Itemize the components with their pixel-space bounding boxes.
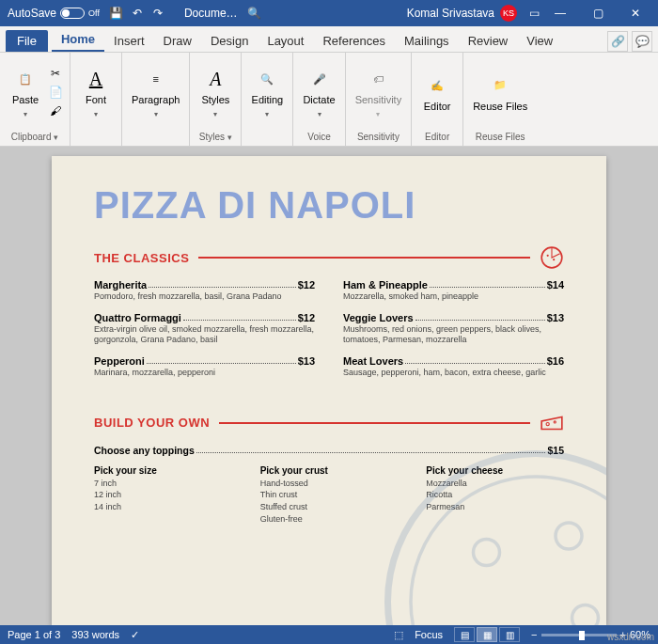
font-icon: A — [83, 66, 109, 92]
styles-label: Styles — [201, 94, 229, 105]
tab-file[interactable]: File — [6, 30, 48, 52]
group-paragraph: ≡Paragraph — [122, 53, 190, 146]
dots — [149, 279, 295, 288]
read-mode-button[interactable]: ▤ — [454, 627, 475, 642]
editing-button[interactable]: 🔍Editing — [247, 59, 287, 125]
tab-references[interactable]: References — [313, 30, 394, 52]
microphone-icon: 🎤 — [306, 66, 333, 92]
format-painter-icon[interactable]: 🖌 — [47, 102, 64, 119]
focus-label[interactable]: Focus — [415, 629, 443, 640]
editor-label: Editor — [424, 101, 451, 112]
build-label: BUILD YOUR OWN — [94, 416, 210, 430]
spellcheck-icon[interactable]: ✓ — [131, 629, 139, 641]
item-description: Pomodoro, fresh mozzarella, basil, Grana… — [94, 291, 315, 303]
search-icon[interactable]: 🔍 — [247, 6, 262, 21]
menu-item: Veggie Lovers$13Mushrooms, red onions, g… — [343, 312, 564, 346]
reuse-label: Reuse Files — [473, 101, 527, 112]
comments-icon[interactable]: 💬 — [632, 31, 652, 52]
tab-design[interactable]: Design — [201, 30, 258, 52]
font-label: Font — [86, 94, 106, 105]
save-icon[interactable]: 💾 — [109, 6, 124, 21]
launcher-icon[interactable]: ▾ — [227, 133, 232, 142]
user-name: Komal Srivastava — [407, 7, 494, 20]
group-voice: 🎤Dictate Voice — [293, 53, 345, 146]
item-price: $12 — [298, 312, 315, 323]
ribbon: 📋 Paste ✂ 📄 🖌 Clipboard ▾ AFont ≡Paragra… — [0, 53, 658, 147]
sensitivity-button[interactable]: 🏷Sensitivity — [352, 59, 406, 125]
pick-heading: Pick your size — [94, 465, 232, 476]
dots — [183, 312, 296, 321]
autosave-toggle[interactable]: AutoSave Off — [4, 7, 103, 20]
title-bar: AutoSave Off 💾 ↶ ↷ Docume… 🔍 Komal Sriva… — [0, 0, 658, 26]
tab-layout[interactable]: Layout — [258, 30, 313, 52]
item-name: Ham & Pineapple — [343, 279, 428, 291]
copy-icon[interactable]: 📄 — [47, 84, 64, 101]
chevron-down-icon — [213, 107, 217, 118]
launcher-icon[interactable]: ▾ — [54, 133, 58, 142]
classics-columns: Margherita$12Pomodoro, fresh mozzarella,… — [94, 279, 564, 388]
focus-icon[interactable]: ⬚ — [394, 629, 403, 641]
minimize-button[interactable]: — — [541, 0, 579, 26]
tab-review[interactable]: Review — [459, 30, 518, 52]
maximize-button[interactable]: ▢ — [579, 0, 617, 26]
group-sensitivity: 🏷Sensitivity Sensitivity — [346, 53, 413, 146]
menu-item: Margherita$12Pomodoro, fresh mozzarella,… — [94, 279, 315, 303]
toggle-icon — [60, 8, 85, 19]
dictate-button[interactable]: 🎤Dictate — [299, 59, 338, 125]
avatar: KS — [500, 5, 517, 22]
pizza-background-icon — [371, 437, 606, 625]
section-classics-header: THE CLASSICS — [94, 245, 564, 270]
item-description: Sausage, pepperoni, ham, bacon, extra ch… — [343, 368, 564, 379]
close-button[interactable]: ✕ — [617, 0, 654, 26]
sensitivity-group-label: Sensitivity — [350, 130, 408, 144]
zoom-out-icon[interactable]: − — [531, 629, 537, 640]
dictate-label: Dictate — [303, 94, 335, 105]
tab-view[interactable]: View — [517, 30, 562, 52]
svg-point-1 — [411, 477, 606, 625]
print-layout-button[interactable]: ▦ — [477, 627, 497, 642]
web-layout-button[interactable]: ▥ — [499, 627, 520, 642]
styles-icon: A — [202, 66, 228, 92]
tab-insert[interactable]: Insert — [104, 30, 154, 52]
word-count[interactable]: 393 words — [71, 629, 119, 640]
styles-button[interactable]: AStyles — [196, 59, 235, 125]
font-button[interactable]: AFont — [76, 59, 116, 125]
cut-icon[interactable]: ✂ — [47, 65, 64, 82]
svg-point-3 — [556, 523, 582, 549]
editing-icon: 🔍 — [254, 66, 280, 92]
reuse-files-button[interactable]: 📁Reuse Files — [469, 59, 531, 125]
page[interactable]: PIZZA DI NAPOLI THE CLASSICS Margherita$… — [52, 156, 606, 625]
item-price: $14 — [547, 279, 564, 291]
ribbon-options-icon[interactable]: ▭ — [526, 6, 541, 21]
redo-icon[interactable]: ↷ — [150, 6, 165, 21]
tab-home[interactable]: Home — [52, 28, 104, 52]
tab-draw[interactable]: Draw — [154, 30, 201, 52]
classics-label: THE CLASSICS — [94, 251, 189, 265]
menu-title: PIZZA DI NAPOLI — [94, 184, 564, 227]
tab-mailings[interactable]: Mailings — [395, 30, 459, 52]
item-description: Extra-virgin olive oil, smoked mozzarell… — [94, 324, 315, 346]
paste-button[interactable]: 📋 Paste — [6, 59, 45, 125]
document-name[interactable]: Docume… — [184, 7, 238, 20]
document-area[interactable]: PIZZA DI NAPOLI THE CLASSICS Margherita$… — [0, 147, 658, 625]
user-account[interactable]: Komal Srivastava KS — [407, 5, 517, 22]
paragraph-button[interactable]: ≡Paragraph — [128, 59, 183, 125]
chevron-down-icon — [376, 107, 380, 118]
group-reuse: 📁Reuse Files Reuse Files — [463, 53, 537, 146]
editor-icon: ✍ — [424, 72, 450, 99]
share-icon[interactable]: 🔗 — [607, 31, 628, 52]
zoom-slider[interactable] — [541, 634, 617, 636]
editor-button[interactable]: ✍Editor — [417, 59, 457, 125]
pick-option: 12 inch — [94, 489, 232, 501]
menu-item: Pepperoni$13Marinara, mozzarella, pepper… — [94, 355, 315, 379]
item-price: $16 — [547, 355, 564, 367]
menu-item: Quattro Formaggi$12Extra-virgin olive oi… — [94, 312, 315, 346]
undo-icon[interactable]: ↶ — [130, 6, 145, 21]
page-indicator[interactable]: Page 1 of 3 — [8, 629, 60, 640]
autosave-label: AutoSave — [8, 7, 56, 20]
watermark: wsxdn.com — [607, 632, 654, 642]
item-name: Veggie Lovers — [343, 312, 414, 323]
paste-icon: 📋 — [12, 66, 39, 92]
chevron-down-icon — [265, 107, 269, 118]
item-name: Meat Lovers — [343, 355, 403, 367]
